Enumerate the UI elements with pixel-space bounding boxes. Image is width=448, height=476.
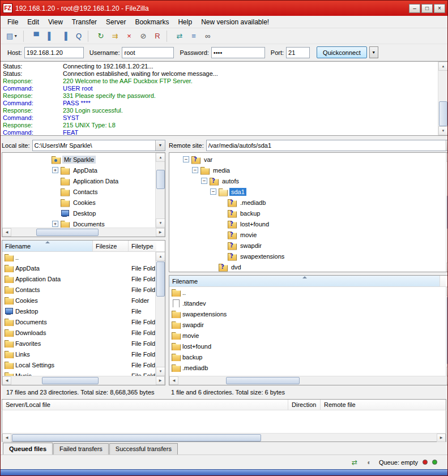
Application Data[interactable]: Application Data File Folder	[2, 273, 155, 284]
menu-item[interactable]: View	[44, 17, 67, 27]
scrollbar-thumb[interactable]	[12, 434, 261, 441]
queue-tab[interactable]: Queued files	[3, 443, 53, 454]
disconnect-button[interactable]: ⊘▼	[136, 30, 150, 42]
close-button[interactable]: ×	[434, 4, 445, 13]
title-bar[interactable]: FZ 192.168.1.20 - root@192.168.1.20 - Fi…	[1, 1, 447, 16]
cancel-button[interactable]: ×▼	[122, 30, 136, 42]
column-header-filename[interactable]: Filename	[169, 276, 440, 286]
Cookies[interactable]: Cookies Folder	[2, 295, 155, 306]
Downloads[interactable]: Downloads File Folder	[2, 327, 155, 338]
menu-item[interactable]: Server	[101, 17, 130, 27]
minimize-button[interactable]: –	[409, 4, 420, 13]
tree-expander-icon[interactable]	[201, 178, 207, 184]
toggle-queue-button[interactable]: Q▼	[72, 30, 86, 42]
menu-item[interactable]: Transfer	[67, 17, 101, 27]
quickconnect-dropdown-button[interactable]: ▼	[369, 46, 378, 58]
scroll-up-icon[interactable]: ▲	[156, 252, 165, 261]
toggle-local-tree-button[interactable]: ▌▼	[44, 30, 57, 42]
local-tree-item[interactable]: Documents	[2, 218, 155, 228]
queue-tab[interactable]: Successful transfers	[109, 443, 178, 454]
scroll-left-icon[interactable]: ◀	[2, 228, 11, 237]
Desktop[interactable]: Desktop File	[2, 306, 155, 316]
Favorites[interactable]: Favorites File Folder	[2, 338, 155, 349]
queue-hscrollbar[interactable]: ◀ ▶	[2, 433, 446, 442]
AppData[interactable]: AppData File Folder	[2, 263, 155, 273]
scrollbar-thumb[interactable]	[439, 101, 447, 126]
local-tree-item[interactable]: Desktop	[2, 208, 155, 218]
local-tree-item[interactable]: AppData	[2, 165, 155, 175]
remote-tree-item[interactable]: movie	[169, 229, 446, 240]
remote-tree-item[interactable]: sda1	[169, 186, 446, 197]
swapdir[interactable]: swapdir	[169, 319, 446, 330]
search-button[interactable]: ∞▼	[201, 30, 215, 42]
local-tree-item[interactable]: Contacts	[2, 186, 155, 197]
quickconnect-button[interactable]: Quickconnect	[317, 46, 367, 58]
..[interactable]: ..	[169, 287, 446, 298]
remote-tree-item[interactable]: dvd	[169, 261, 446, 272]
column-header-filename[interactable]: Filename	[2, 241, 93, 251]
remote-tree-item[interactable]: lost+found	[169, 218, 446, 229]
Links[interactable]: Links File Folder	[2, 349, 155, 359]
scroll-left-icon[interactable]: ◀	[169, 376, 178, 385]
scroll-right-icon[interactable]: ▶	[156, 228, 165, 237]
host-input[interactable]	[24, 47, 84, 58]
scroll-left-icon[interactable]: ◀	[2, 434, 11, 442]
column-header-local-file[interactable]: Server/Local file	[2, 400, 288, 410]
remote-site-combo[interactable]: ▼	[206, 140, 448, 151]
remote-tree-item[interactable]: media	[169, 165, 446, 175]
..[interactable]: ..	[2, 252, 155, 263]
speed-limit-icon[interactable]: ◐	[364, 458, 374, 467]
local-list-scrollbar[interactable]: ▲ ▼	[155, 252, 165, 376]
scrollbar-thumb[interactable]	[226, 377, 300, 384]
toggle-message-log-button[interactable]: ▀▼	[29, 30, 43, 42]
swapextensions[interactable]: swapextensions	[169, 308, 446, 319]
toggle-remote-tree-button[interactable]: ▐▼	[58, 30, 71, 42]
tree-expander-icon[interactable]	[210, 188, 216, 195]
transfer-activity-icon[interactable]: ⇄	[349, 458, 360, 467]
compare-button[interactable]: ⇄▼	[173, 30, 186, 42]
scroll-down-icon[interactable]: ▼	[156, 218, 165, 228]
menu-item[interactable]: New version available!	[197, 17, 274, 27]
local-tree-hscrollbar[interactable]: ◀ ▶	[2, 228, 165, 237]
menu-item[interactable]: File	[3, 17, 23, 27]
scroll-up-icon[interactable]: ▲	[438, 62, 448, 71]
local-tree-item[interactable]: Mr Sparkle	[2, 154, 155, 165]
menu-item[interactable]: Edit	[23, 17, 44, 27]
scroll-left-icon[interactable]: ◀	[2, 376, 11, 385]
password-field[interactable]	[211, 47, 265, 58]
menu-item[interactable]: Help	[173, 17, 197, 27]
scrollbar-thumb[interactable]	[42, 377, 99, 384]
backup[interactable]: backup	[169, 351, 446, 362]
maximize-button[interactable]: □	[421, 4, 433, 13]
lost+found[interactable]: lost+found	[169, 341, 446, 351]
remote-tree-item[interactable]: autofs	[169, 175, 446, 186]
scroll-right-icon[interactable]: ▶	[156, 376, 165, 385]
scroll-up-icon[interactable]: ▲	[156, 153, 165, 162]
remote-tree-item[interactable]: .mediadb	[169, 197, 446, 208]
queue-tab[interactable]: Failed transfers	[53, 443, 109, 454]
Music[interactable]: Music File Folder	[2, 370, 155, 376]
log-scrollbar[interactable]: ▲ ▼	[438, 62, 447, 135]
tree-expander-icon[interactable]	[192, 167, 198, 173]
scroll-down-icon[interactable]: ▼	[156, 367, 165, 376]
combo-dropdown-icon[interactable]: ▼	[446, 140, 448, 151]
scroll-down-icon[interactable]: ▼	[438, 126, 448, 135]
username-input[interactable]	[122, 47, 174, 58]
refresh-button[interactable]: ↻▼	[94, 30, 108, 42]
remote-tree-scrollbar[interactable]: ▲ ▼	[446, 153, 448, 272]
.titandev[interactable]: .titandev	[169, 298, 446, 308]
tree-expander-icon[interactable]	[183, 156, 189, 162]
local-tree-item[interactable]: Application Data	[2, 175, 155, 186]
transfer-queue-body[interactable]	[2, 410, 446, 433]
reconnect-button[interactable]: R▼	[151, 30, 164, 42]
site-manager-button[interactable]: ▤▼	[3, 30, 21, 42]
column-header-filesize[interactable]: Filesize	[93, 241, 129, 251]
local-tree-item[interactable]: Cookies	[2, 197, 155, 208]
remote-tree-item[interactable]: swapextensions	[169, 251, 446, 261]
tree-expander-icon[interactable]	[52, 167, 58, 173]
Contacts[interactable]: Contacts File Folder	[2, 284, 155, 295]
remote-tree-item[interactable]: swapdir	[169, 240, 446, 251]
local-path-input[interactable]	[33, 140, 155, 151]
menu-item[interactable]: Bookmarks	[130, 17, 173, 27]
sync-browsing-button[interactable]: ≡▼	[187, 30, 200, 42]
